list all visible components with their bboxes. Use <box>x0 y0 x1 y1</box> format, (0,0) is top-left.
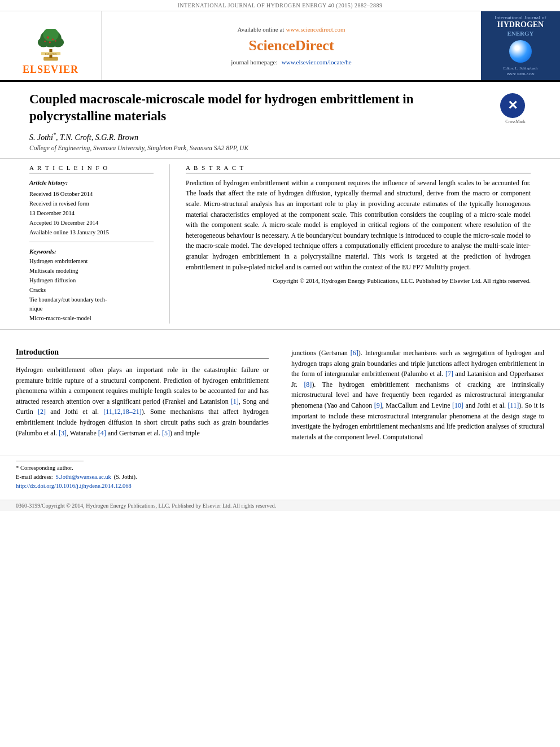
keyword-5: Tie boundary/cut boundary tech- <box>29 295 154 305</box>
journal-title-main1: HYDROGEN <box>495 20 546 30</box>
ref-10[interactable]: [9] <box>374 401 382 409</box>
article-info-heading: A R T I C L E I N F O <box>29 164 154 173</box>
elsevier-tree-icon: ELSEVIER <box>23 29 79 63</box>
ref-9[interactable]: [8] <box>304 381 312 388</box>
revised-date: 13 December 2014 <box>29 209 154 219</box>
top-bar: INTERNATIONAL JOURNAL OF HYDROGEN ENERGY… <box>0 0 560 11</box>
journal-title-top: International Journal of <box>495 15 546 20</box>
article-info: A R T I C L E I N F O Article history: R… <box>29 164 154 324</box>
keyword-2: Multiscale modeling <box>29 267 154 276</box>
available-online-label: Available online at <box>237 26 284 33</box>
journal-detail-lines: Editor: L. Schlapbach ISSN: 0360-3199 <box>503 66 537 77</box>
doi-link[interactable]: http://dx.doi.org/10.1016/j.ijhydene.201… <box>16 483 132 489</box>
available-date: Available online 13 January 2015 <box>29 228 154 238</box>
svg-point-7 <box>51 39 53 41</box>
journal-title-box: International Journal of HYDROGEN ENERGY <box>495 15 546 37</box>
content-right: junctions (Gertsman [6]). Intergranular … <box>286 348 544 447</box>
content-left: Introduction Hydrogen embrittlement ofte… <box>16 348 274 447</box>
ref-6[interactable]: [5] <box>162 429 170 437</box>
abstract-section: A B S T R A C T Prediction of hydrogen e… <box>186 164 531 324</box>
header-center: Available online at www.sciencedirect.co… <box>102 11 481 80</box>
copyright-text: Copyright © 2014, Hydrogen Energy Public… <box>186 277 531 285</box>
journal-header: ELSEVIER ELSEVIER Available online at ww… <box>0 11 560 82</box>
doi-line: http://dx.doi.org/10.1016/j.ijhydene.201… <box>16 482 544 491</box>
email-label: E-mail address: <box>16 474 53 480</box>
intro-paragraph-right: junctions (Gertsman [6]). Intergranular … <box>291 348 544 442</box>
journal-homepage-line: journal homepage: www.elsevier.com/locat… <box>231 58 351 67</box>
keyword-1: Hydrogen embrittlement <box>29 257 154 267</box>
received-date: Received 16 October 2014 <box>29 190 154 199</box>
keyword-5b: nique <box>29 304 154 314</box>
ref-12[interactable]: [11] <box>508 401 519 409</box>
keyword-4: Cracks <box>29 286 154 295</box>
abstract-heading: A B S T R A C T <box>186 164 531 173</box>
available-online-text: Available online at www.sciencedirect.co… <box>237 25 345 34</box>
sciencedirect-url[interactable]: www.sciencedirect.com <box>286 26 345 33</box>
ref-2[interactable]: [2] <box>38 408 46 416</box>
history-label: Article history: <box>29 178 154 188</box>
journal-logo-circle <box>509 40 532 63</box>
revised-label: Received in revised form <box>29 199 154 209</box>
svg-point-10 <box>55 41 56 42</box>
article-authors: S. Jothi*, T.N. Croft, S.G.R. Brown <box>29 132 491 142</box>
elsevier-logo-section: ELSEVIER ELSEVIER <box>0 11 102 80</box>
ref-7[interactable]: [6] <box>351 349 358 357</box>
article-title-section: Coupled macroscale-microscale model for … <box>0 82 560 158</box>
email-suffix: (S. Jothi). <box>113 474 137 480</box>
abstract-text: Prediction of hydrogen embrittlement wit… <box>186 178 531 286</box>
footnote-section: * Corresponding author. E-mail address: … <box>0 456 560 495</box>
email-line: E-mail address: S.Jothi@swansea.ac.uk (S… <box>16 473 544 482</box>
info-divider <box>169 164 170 324</box>
intro-paragraph-left: Hydrogen embrittlement often plays an im… <box>16 365 269 438</box>
info-section: A R T I C L E I N F O Article history: R… <box>0 159 560 330</box>
keywords-section: Keywords: Hydrogen embrittlement Multisc… <box>29 248 154 324</box>
authors-text: S. Jothi*, T.N. Croft, S.G.R. Brown <box>29 133 138 142</box>
crossmark-cross-icon: ✕ <box>508 99 518 112</box>
accepted-date: Accepted 16 December 2014 <box>29 219 154 228</box>
and-connector: and <box>108 429 117 437</box>
bottom-bar: 0360-3199/Copyright © 2014, Hydrogen Ene… <box>0 500 560 511</box>
intro-right-text: junctions (Gertsman [6]). Intergranular … <box>291 348 544 442</box>
ref-11[interactable]: [10] <box>452 401 463 409</box>
crossmark-circle: ✕ <box>500 93 525 118</box>
ref-8[interactable]: [7] <box>445 370 453 378</box>
article-affiliation: College of Engineering, Swansea Universi… <box>29 145 491 151</box>
journal-homepage-url[interactable]: www.elsevier.com/locate/he <box>282 59 352 65</box>
main-content: Introduction Hydrogen embrittlement ofte… <box>0 339 560 447</box>
ref-1[interactable]: [1] <box>231 397 239 405</box>
svg-point-6 <box>46 37 49 39</box>
crossmark-logo: ✕ CrossMark <box>500 93 531 124</box>
keyword-6: Micro-macro-scale-model <box>29 314 154 324</box>
keywords-label: Keywords: <box>29 248 154 255</box>
svg-point-8 <box>49 42 50 43</box>
elsevier-logo: ELSEVIER ELSEVIER <box>23 29 79 76</box>
ref-3[interactable]: [11,12,18–21] <box>103 408 142 416</box>
ref-5[interactable]: [4] <box>98 429 106 437</box>
footnote-divider <box>16 461 84 461</box>
intro-left-text: Hydrogen embrittlement often plays an im… <box>16 365 269 438</box>
elsevier-text: ELSEVIER <box>23 64 78 76</box>
spacer <box>0 330 560 339</box>
article-title-text: Coupled macroscale-microscale model for … <box>29 91 491 151</box>
abstract-paragraph: Prediction of hydrogen embrittlement wit… <box>186 178 531 272</box>
journal-citation: INTERNATIONAL JOURNAL OF HYDROGEN ENERGY… <box>177 2 382 8</box>
article-main-title: Coupled macroscale-microscale model for … <box>29 91 491 125</box>
journal-homepage-label: journal homepage: <box>231 59 277 65</box>
footnote-text: * Corresponding author. E-mail address: … <box>16 464 544 490</box>
svg-text:ELSEVIER: ELSEVIER <box>45 53 56 55</box>
crossmark-label: CrossMark <box>500 119 531 124</box>
email-link[interactable]: S.Jothi@swansea.ac.uk <box>55 474 111 480</box>
sciencedirect-logo: ScienceDirect <box>248 37 334 54</box>
intro-heading: Introduction <box>16 348 269 359</box>
journal-logo-section: International Journal of HYDROGEN ENERGY… <box>481 11 560 80</box>
article-dates: Article history: Received 16 October 201… <box>29 178 154 243</box>
bottom-bar-text: 0360-3199/Copyright © 2014, Hydrogen Ene… <box>16 503 276 509</box>
corresponding-author: * Corresponding author. <box>16 464 544 473</box>
keyword-3: Hydrogen diffusion <box>29 276 154 286</box>
journal-title-main2: ENERGY <box>495 30 546 37</box>
ref-4[interactable]: [3] <box>59 429 67 437</box>
svg-point-9 <box>44 41 46 42</box>
